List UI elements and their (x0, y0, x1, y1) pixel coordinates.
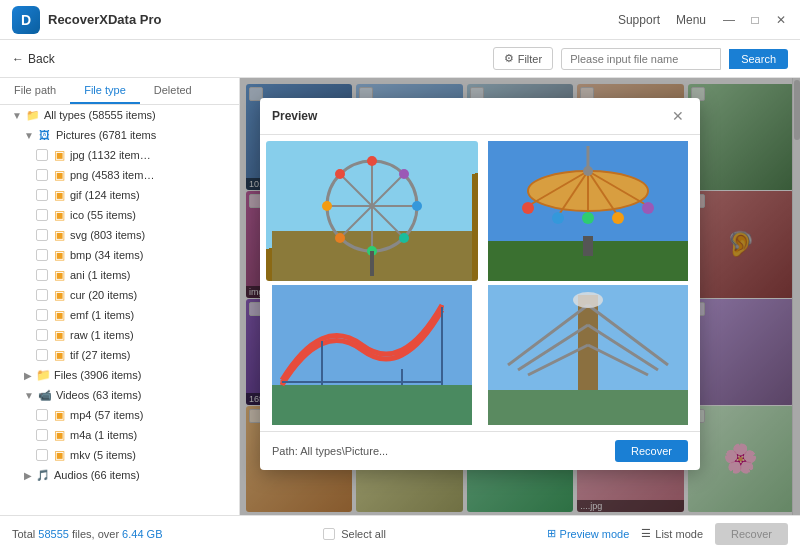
preview-recover-button[interactable]: Recover (615, 440, 688, 462)
svg-point-45 (573, 292, 603, 308)
tree-bmp[interactable]: ▣ bmp (34 items) (0, 245, 239, 265)
title-bar-left: D RecoverXData Pro (12, 6, 161, 34)
ico-checkbox[interactable] (36, 209, 48, 221)
svg-checkbox[interactable] (36, 229, 48, 241)
tif-icon: ▣ (52, 348, 66, 362)
tree-svg[interactable]: ▣ svg (803 items) (0, 225, 239, 245)
svg-point-12 (399, 233, 409, 243)
tree-mp4[interactable]: ▣ mp4 (57 items) (0, 405, 239, 425)
mkv-checkbox[interactable] (36, 449, 48, 461)
preview-grid (260, 135, 700, 431)
preview-img-3[interactable] (266, 285, 478, 425)
gif-label: gif (124 items) (70, 189, 233, 201)
back-button[interactable]: ← Back (12, 52, 55, 66)
m4a-icon: ▣ (52, 428, 66, 442)
toggle-icon: ▼ (24, 390, 34, 401)
svg-rect-32 (583, 236, 593, 256)
window-controls: — □ ✕ (722, 13, 788, 27)
svg-point-10 (322, 201, 332, 211)
tree-audios[interactable]: ▶ 🎵 Audios (66 items) (0, 465, 239, 485)
list-mode-icon: ☰ (641, 527, 651, 540)
tree-videos[interactable]: ▼ 📹 Videos (63 items) (0, 385, 239, 405)
tree-jpg[interactable]: ▣ jpg (1132 item… (0, 145, 239, 165)
tab-file-type[interactable]: File type (70, 78, 140, 104)
ico-icon: ▣ (52, 208, 66, 222)
filter-button[interactable]: ⚙ Filter (493, 47, 553, 70)
maximize-button[interactable]: □ (748, 13, 762, 27)
toolbar-right: ⚙ Filter Search (493, 47, 788, 70)
content-area: 10... 👤 img0... (240, 78, 800, 515)
png-checkbox[interactable] (36, 169, 48, 181)
support-link[interactable]: Support (618, 13, 660, 27)
tree-png[interactable]: ▣ png (4583 item… (0, 165, 239, 185)
preview-mode-icon: ⊞ (547, 527, 556, 540)
svg-point-25 (522, 202, 534, 214)
emf-label: emf (1 items) (70, 309, 233, 321)
menu-link[interactable]: Menu (676, 13, 706, 27)
jpg-label: jpg (1132 item… (70, 149, 233, 161)
jpg-checkbox[interactable] (36, 149, 48, 161)
bottom-bar: Total 58555 files, over 6.44 GB Select a… (0, 515, 800, 551)
tree-m4a[interactable]: ▣ m4a (1 items) (0, 425, 239, 445)
preview-close-button[interactable]: ✕ (668, 106, 688, 126)
search-input[interactable] (561, 48, 721, 70)
tree-pictures[interactable]: ▼ 🖼 Pictures (6781 items (0, 125, 239, 145)
tree-emf[interactable]: ▣ emf (1 items) (0, 305, 239, 325)
tree-mkv[interactable]: ▣ mkv (5 items) (0, 445, 239, 465)
select-all-area: Select all (323, 528, 386, 540)
svg-point-8 (412, 201, 422, 211)
svg-point-13 (335, 233, 345, 243)
toggle-icon: ▶ (24, 470, 32, 481)
audios-icon: 🎵 (36, 468, 50, 482)
total-label: Total (12, 528, 35, 540)
list-mode-button[interactable]: ☰ List mode (641, 527, 703, 540)
tab-file-path[interactable]: File path (0, 78, 70, 104)
close-button[interactable]: ✕ (774, 13, 788, 27)
svg-label: svg (803 items) (70, 229, 233, 241)
bmp-icon: ▣ (52, 248, 66, 262)
total-size: 6.44 GB (122, 528, 162, 540)
svg-point-7 (367, 156, 377, 166)
tif-checkbox[interactable] (36, 349, 48, 361)
ani-checkbox[interactable] (36, 269, 48, 281)
preview-mode-button[interactable]: ⊞ Preview mode (547, 527, 630, 540)
toggle-icon: ▼ (12, 110, 22, 121)
preview-img-1[interactable] (266, 141, 478, 281)
svg-rect-34 (272, 385, 472, 425)
tree-gif[interactable]: ▣ gif (124 items) (0, 185, 239, 205)
mp4-checkbox[interactable] (36, 409, 48, 421)
tree-files[interactable]: ▶ 📁 Files (3906 items) (0, 365, 239, 385)
cur-icon: ▣ (52, 288, 66, 302)
tree-ico[interactable]: ▣ ico (55 items) (0, 205, 239, 225)
tree-raw[interactable]: ▣ raw (1 items) (0, 325, 239, 345)
list-mode-label: List mode (655, 528, 703, 540)
gif-checkbox[interactable] (36, 189, 48, 201)
svg-point-26 (552, 212, 564, 224)
raw-label: raw (1 items) (70, 329, 233, 341)
select-all-label: Select all (341, 528, 386, 540)
select-all-checkbox[interactable] (323, 528, 335, 540)
tree-ani[interactable]: ▣ ani (1 items) (0, 265, 239, 285)
preview-img-4[interactable] (482, 285, 694, 425)
search-button[interactable]: Search (729, 49, 788, 69)
preview-footer: Path: All types\Picture... Recover (260, 431, 700, 470)
tree-all-types[interactable]: ▼ 📁 All types (58555 items) (0, 105, 239, 125)
bmp-checkbox[interactable] (36, 249, 48, 261)
total-count: 58555 (38, 528, 69, 540)
raw-icon: ▣ (52, 328, 66, 342)
emf-checkbox[interactable] (36, 309, 48, 321)
sidebar: File path File type Deleted ▼ 📁 All type… (0, 78, 240, 515)
recover-main-button[interactable]: Recover (715, 523, 788, 545)
svg-point-28 (612, 212, 624, 224)
preview-img-2[interactable] (482, 141, 694, 281)
m4a-checkbox[interactable] (36, 429, 48, 441)
m4a-label: m4a (1 items) (70, 429, 233, 441)
mkv-label: mkv (5 items) (70, 449, 233, 461)
back-arrow-icon: ← (12, 52, 24, 66)
raw-checkbox[interactable] (36, 329, 48, 341)
tab-deleted[interactable]: Deleted (140, 78, 206, 104)
tree-tif[interactable]: ▣ tif (27 items) (0, 345, 239, 365)
tree-cur[interactable]: ▣ cur (20 items) (0, 285, 239, 305)
minimize-button[interactable]: — (722, 13, 736, 27)
cur-checkbox[interactable] (36, 289, 48, 301)
